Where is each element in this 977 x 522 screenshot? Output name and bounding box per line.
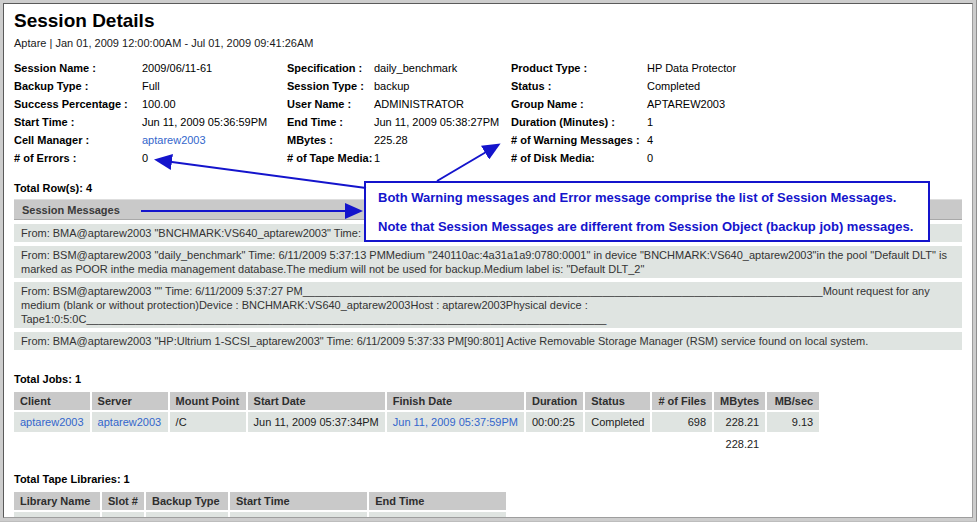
field-label: Session Type :: [287, 80, 374, 93]
session-message-row: From: BSM@aptarew2003 "" Time: 6/11/2009…: [14, 282, 962, 328]
finish-date-link[interactable]: Jun 11, 2009 05:37:59PM: [393, 416, 518, 428]
session-message-row: From: BSM@aptarew2003 "daily_benchmark" …: [14, 246, 962, 278]
server-link[interactable]: aptarew2003: [98, 416, 162, 428]
col-header-slot: Slot #: [102, 492, 144, 510]
session-message-row: From: BMA@aptarew2003 "HP:Ultrium 1-SCSI…: [14, 332, 962, 350]
report-content: Session Details Aptare | Jan 01, 2009 12…: [14, 10, 962, 518]
col-header-start-time: Start Time: [230, 492, 367, 510]
field-value: daily_benchmark: [374, 62, 511, 75]
total-tape-libraries-label: Total Tape Libraries: 1: [14, 473, 962, 485]
field-label: MBytes :: [287, 134, 374, 147]
field-label: Status :: [511, 80, 647, 93]
field-value: 1: [647, 116, 962, 129]
field-value: 1: [374, 152, 511, 165]
col-header-num-files: # of Files: [652, 392, 712, 410]
col-header-backup-type: Backup Type: [146, 492, 228, 510]
tape-table-header-row: Library Name Slot # Backup Type Start Ti…: [14, 492, 506, 510]
library-name-cell: [14, 512, 100, 518]
field-label: Group Name :: [511, 98, 647, 111]
field-label: # of Tape Media:: [287, 152, 374, 165]
annotation-callout-box: Both Warning messages and Error message …: [364, 181, 930, 242]
field-label: Success Percentage :: [14, 98, 142, 111]
field-value: Jun 11, 2009 05:38:27PM: [374, 116, 511, 129]
col-header-library-name: Library Name: [14, 492, 100, 510]
col-header-client: Client: [14, 392, 90, 410]
tape-table-row: Full Jun 11, 2009 05:36:59PM Jun 11, 200…: [14, 512, 506, 518]
client-link[interactable]: aptarew2003: [20, 416, 84, 428]
total-jobs-label: Total Jobs: 1: [14, 373, 962, 385]
field-value: HP Data Protector: [647, 62, 962, 75]
jobs-table: Client Server Mount Point Start Date Fin…: [12, 390, 821, 456]
page-title: Session Details: [14, 10, 962, 32]
field-label: Specification :: [287, 62, 374, 75]
jobs-table-row: aptarew2003 aptarew2003 /C Jun 11, 2009 …: [14, 412, 819, 432]
col-header-start-date: Start Date: [248, 392, 385, 410]
col-header-end-time: End Time: [369, 492, 506, 510]
annotation-line-1: Both Warning messages and Error message …: [378, 190, 916, 205]
status-cell: Completed: [585, 412, 650, 432]
cell-manager-link[interactable]: aptarew2003: [142, 134, 206, 146]
field-label: Product Type :: [511, 62, 647, 75]
slot-cell: [102, 512, 144, 518]
field-label: # of Warning Messages :: [511, 134, 647, 147]
field-value: Completed: [647, 80, 962, 93]
field-value: 100.00: [142, 98, 287, 111]
field-value: Jun 11, 2009 05:36:59PM: [142, 116, 287, 129]
backup-type-cell: Full: [146, 512, 228, 518]
window-frame: Session Details Aptare | Jan 01, 2009 12…: [0, 0, 977, 522]
field-label: Session Name :: [14, 62, 142, 75]
field-value: 0: [647, 152, 962, 165]
field-label: # of Errors :: [14, 152, 142, 165]
session-details-grid: Session Name : 2009/06/11-61 Specificati…: [14, 62, 962, 165]
field-value: APTAREW2003: [647, 98, 962, 111]
field-label: Backup Type :: [14, 80, 142, 93]
report-page: Session Details Aptare | Jan 01, 2009 12…: [3, 3, 973, 518]
start-time-cell: Jun 11, 2009 05:36:59PM: [230, 512, 367, 518]
field-value: ADMINISTRATOR: [374, 98, 511, 111]
field-value: backup: [374, 80, 511, 93]
field-label: Cell Manager :: [14, 134, 142, 147]
field-label: Start Time :: [14, 116, 142, 129]
field-value: 2009/06/11-61: [142, 62, 287, 75]
col-header-status: Status: [585, 392, 650, 410]
field-label: User Name :: [287, 98, 374, 111]
field-value: 225.28: [374, 134, 511, 147]
col-header-mount-point: Mount Point: [170, 392, 246, 410]
mb-sec-cell: 9.13: [767, 412, 819, 432]
col-header-finish-date: Finish Date: [387, 392, 524, 410]
col-header-mbytes: MBytes: [714, 392, 765, 410]
mbytes-total: 228.21: [714, 434, 765, 454]
jobs-table-sum-row: 228.21: [14, 434, 819, 454]
annotation-line-2: Note that Session Messages are different…: [378, 219, 916, 234]
errors-count-value: 0: [142, 152, 287, 165]
col-header-server: Server: [92, 392, 168, 410]
field-label: Duration (Minutes) :: [511, 116, 647, 129]
jobs-table-header-row: Client Server Mount Point Start Date Fin…: [14, 392, 819, 410]
num-files-cell: 698: [652, 412, 712, 432]
field-value: Full: [142, 80, 287, 93]
report-scope: Aptare | Jan 01, 2009 12:00:00AM - Jul 0…: [14, 37, 962, 49]
tape-libraries-table: Library Name Slot # Backup Type Start Ti…: [12, 490, 508, 518]
col-header-duration: Duration: [526, 392, 583, 410]
jobs-section: Total Jobs: 1 Client Server Mount Point …: [14, 373, 962, 456]
tape-libraries-section: Total Tape Libraries: 1 Library Name Slo…: [14, 473, 962, 518]
field-label: End Time :: [287, 116, 374, 129]
field-value: 4: [647, 134, 962, 147]
col-header-mb-sec: MB/sec: [767, 392, 819, 410]
duration-cell: 00:00:25: [526, 412, 583, 432]
mount-point-cell: /C: [170, 412, 246, 432]
field-label: # of Disk Media:: [511, 152, 647, 165]
mbytes-cell: 228.21: [714, 412, 765, 432]
end-time-cell: Jun 11, 2009 05:38:27PM: [369, 512, 506, 518]
start-date-cell: Jun 11, 2009 05:37:34PM: [248, 412, 385, 432]
